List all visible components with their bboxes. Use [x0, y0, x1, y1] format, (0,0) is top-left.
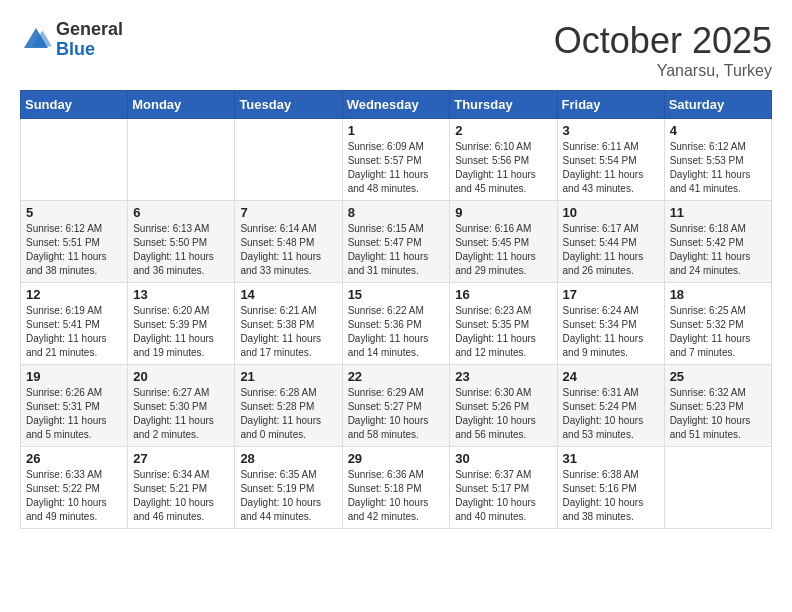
day-number: 24 — [563, 369, 659, 384]
calendar-cell — [128, 119, 235, 201]
logo-icon — [20, 24, 52, 56]
calendar-cell: 17Sunrise: 6:24 AM Sunset: 5:34 PM Dayli… — [557, 283, 664, 365]
day-number: 11 — [670, 205, 766, 220]
logo-blue: Blue — [56, 40, 123, 60]
day-info: Sunrise: 6:24 AM Sunset: 5:34 PM Dayligh… — [563, 304, 659, 360]
day-number: 15 — [348, 287, 445, 302]
calendar-week-5: 26Sunrise: 6:33 AM Sunset: 5:22 PM Dayli… — [21, 447, 772, 529]
title-block: October 2025 Yanarsu, Turkey — [554, 20, 772, 80]
day-number: 4 — [670, 123, 766, 138]
day-info: Sunrise: 6:10 AM Sunset: 5:56 PM Dayligh… — [455, 140, 551, 196]
calendar-week-4: 19Sunrise: 6:26 AM Sunset: 5:31 PM Dayli… — [21, 365, 772, 447]
day-info: Sunrise: 6:31 AM Sunset: 5:24 PM Dayligh… — [563, 386, 659, 442]
day-number: 13 — [133, 287, 229, 302]
calendar-cell: 23Sunrise: 6:30 AM Sunset: 5:26 PM Dayli… — [450, 365, 557, 447]
day-number: 10 — [563, 205, 659, 220]
calendar-cell: 30Sunrise: 6:37 AM Sunset: 5:17 PM Dayli… — [450, 447, 557, 529]
calendar-cell: 22Sunrise: 6:29 AM Sunset: 5:27 PM Dayli… — [342, 365, 450, 447]
day-info: Sunrise: 6:29 AM Sunset: 5:27 PM Dayligh… — [348, 386, 445, 442]
day-info: Sunrise: 6:30 AM Sunset: 5:26 PM Dayligh… — [455, 386, 551, 442]
day-info: Sunrise: 6:16 AM Sunset: 5:45 PM Dayligh… — [455, 222, 551, 278]
day-number: 21 — [240, 369, 336, 384]
calendar-week-1: 1Sunrise: 6:09 AM Sunset: 5:57 PM Daylig… — [21, 119, 772, 201]
day-number: 27 — [133, 451, 229, 466]
day-info: Sunrise: 6:23 AM Sunset: 5:35 PM Dayligh… — [455, 304, 551, 360]
calendar-cell: 16Sunrise: 6:23 AM Sunset: 5:35 PM Dayli… — [450, 283, 557, 365]
day-info: Sunrise: 6:35 AM Sunset: 5:19 PM Dayligh… — [240, 468, 336, 524]
calendar-cell: 21Sunrise: 6:28 AM Sunset: 5:28 PM Dayli… — [235, 365, 342, 447]
header-wednesday: Wednesday — [342, 91, 450, 119]
calendar-cell: 3Sunrise: 6:11 AM Sunset: 5:54 PM Daylig… — [557, 119, 664, 201]
logo: General Blue — [20, 20, 123, 60]
calendar-cell: 8Sunrise: 6:15 AM Sunset: 5:47 PM Daylig… — [342, 201, 450, 283]
calendar-cell: 24Sunrise: 6:31 AM Sunset: 5:24 PM Dayli… — [557, 365, 664, 447]
calendar-week-3: 12Sunrise: 6:19 AM Sunset: 5:41 PM Dayli… — [21, 283, 772, 365]
day-info: Sunrise: 6:32 AM Sunset: 5:23 PM Dayligh… — [670, 386, 766, 442]
page-header: General Blue October 2025 Yanarsu, Turke… — [20, 20, 772, 80]
calendar-week-2: 5Sunrise: 6:12 AM Sunset: 5:51 PM Daylig… — [21, 201, 772, 283]
day-number: 29 — [348, 451, 445, 466]
day-info: Sunrise: 6:12 AM Sunset: 5:51 PM Dayligh… — [26, 222, 122, 278]
day-number: 18 — [670, 287, 766, 302]
calendar-cell: 9Sunrise: 6:16 AM Sunset: 5:45 PM Daylig… — [450, 201, 557, 283]
day-number: 5 — [26, 205, 122, 220]
header-saturday: Saturday — [664, 91, 771, 119]
day-info: Sunrise: 6:15 AM Sunset: 5:47 PM Dayligh… — [348, 222, 445, 278]
calendar-cell: 15Sunrise: 6:22 AM Sunset: 5:36 PM Dayli… — [342, 283, 450, 365]
calendar-cell: 11Sunrise: 6:18 AM Sunset: 5:42 PM Dayli… — [664, 201, 771, 283]
day-number: 6 — [133, 205, 229, 220]
header-friday: Friday — [557, 91, 664, 119]
day-info: Sunrise: 6:27 AM Sunset: 5:30 PM Dayligh… — [133, 386, 229, 442]
day-number: 23 — [455, 369, 551, 384]
location: Yanarsu, Turkey — [554, 62, 772, 80]
calendar-cell: 20Sunrise: 6:27 AM Sunset: 5:30 PM Dayli… — [128, 365, 235, 447]
calendar-cell: 26Sunrise: 6:33 AM Sunset: 5:22 PM Dayli… — [21, 447, 128, 529]
calendar-cell: 29Sunrise: 6:36 AM Sunset: 5:18 PM Dayli… — [342, 447, 450, 529]
calendar-cell: 27Sunrise: 6:34 AM Sunset: 5:21 PM Dayli… — [128, 447, 235, 529]
calendar-header-row: SundayMondayTuesdayWednesdayThursdayFrid… — [21, 91, 772, 119]
day-info: Sunrise: 6:25 AM Sunset: 5:32 PM Dayligh… — [670, 304, 766, 360]
day-number: 20 — [133, 369, 229, 384]
calendar-cell — [664, 447, 771, 529]
day-info: Sunrise: 6:28 AM Sunset: 5:28 PM Dayligh… — [240, 386, 336, 442]
day-info: Sunrise: 6:13 AM Sunset: 5:50 PM Dayligh… — [133, 222, 229, 278]
calendar-cell: 7Sunrise: 6:14 AM Sunset: 5:48 PM Daylig… — [235, 201, 342, 283]
day-number: 17 — [563, 287, 659, 302]
day-number: 19 — [26, 369, 122, 384]
calendar-table: SundayMondayTuesdayWednesdayThursdayFrid… — [20, 90, 772, 529]
day-info: Sunrise: 6:37 AM Sunset: 5:17 PM Dayligh… — [455, 468, 551, 524]
day-info: Sunrise: 6:12 AM Sunset: 5:53 PM Dayligh… — [670, 140, 766, 196]
day-number: 3 — [563, 123, 659, 138]
calendar-cell: 12Sunrise: 6:19 AM Sunset: 5:41 PM Dayli… — [21, 283, 128, 365]
day-number: 31 — [563, 451, 659, 466]
day-number: 12 — [26, 287, 122, 302]
day-number: 16 — [455, 287, 551, 302]
calendar-cell: 18Sunrise: 6:25 AM Sunset: 5:32 PM Dayli… — [664, 283, 771, 365]
calendar-cell: 14Sunrise: 6:21 AM Sunset: 5:38 PM Dayli… — [235, 283, 342, 365]
calendar-cell: 2Sunrise: 6:10 AM Sunset: 5:56 PM Daylig… — [450, 119, 557, 201]
day-number: 26 — [26, 451, 122, 466]
calendar-cell: 6Sunrise: 6:13 AM Sunset: 5:50 PM Daylig… — [128, 201, 235, 283]
day-number: 14 — [240, 287, 336, 302]
calendar-cell: 19Sunrise: 6:26 AM Sunset: 5:31 PM Dayli… — [21, 365, 128, 447]
calendar-cell — [21, 119, 128, 201]
day-info: Sunrise: 6:17 AM Sunset: 5:44 PM Dayligh… — [563, 222, 659, 278]
header-sunday: Sunday — [21, 91, 128, 119]
day-number: 8 — [348, 205, 445, 220]
day-info: Sunrise: 6:26 AM Sunset: 5:31 PM Dayligh… — [26, 386, 122, 442]
day-info: Sunrise: 6:20 AM Sunset: 5:39 PM Dayligh… — [133, 304, 229, 360]
calendar-cell — [235, 119, 342, 201]
day-number: 25 — [670, 369, 766, 384]
calendar-cell: 1Sunrise: 6:09 AM Sunset: 5:57 PM Daylig… — [342, 119, 450, 201]
header-tuesday: Tuesday — [235, 91, 342, 119]
day-info: Sunrise: 6:19 AM Sunset: 5:41 PM Dayligh… — [26, 304, 122, 360]
month-title: October 2025 — [554, 20, 772, 62]
calendar-cell: 25Sunrise: 6:32 AM Sunset: 5:23 PM Dayli… — [664, 365, 771, 447]
calendar-cell: 4Sunrise: 6:12 AM Sunset: 5:53 PM Daylig… — [664, 119, 771, 201]
day-info: Sunrise: 6:22 AM Sunset: 5:36 PM Dayligh… — [348, 304, 445, 360]
day-info: Sunrise: 6:33 AM Sunset: 5:22 PM Dayligh… — [26, 468, 122, 524]
calendar-cell: 13Sunrise: 6:20 AM Sunset: 5:39 PM Dayli… — [128, 283, 235, 365]
day-info: Sunrise: 6:09 AM Sunset: 5:57 PM Dayligh… — [348, 140, 445, 196]
day-number: 28 — [240, 451, 336, 466]
day-number: 22 — [348, 369, 445, 384]
